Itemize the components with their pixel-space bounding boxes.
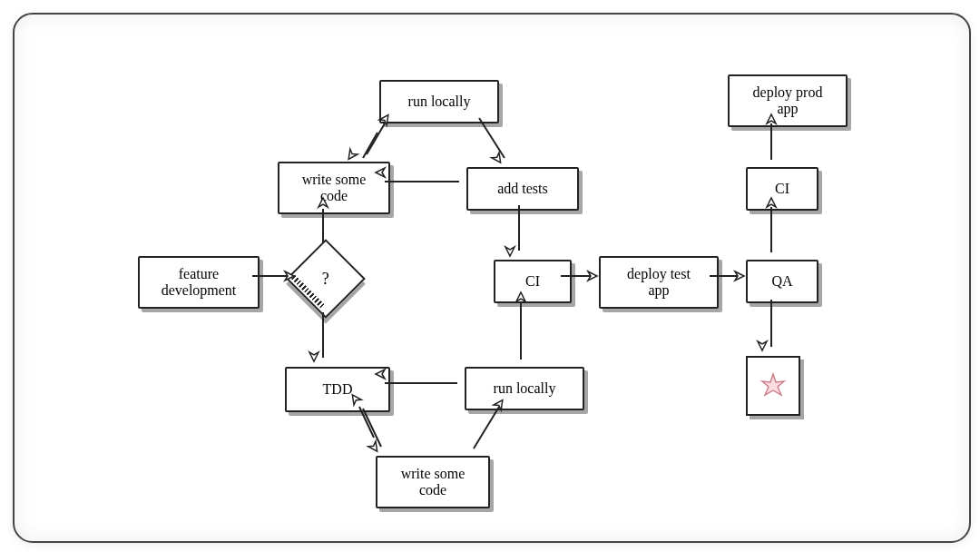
node-run-locally-top: run locally: [379, 80, 499, 123]
node-tdd: TDD: [285, 367, 390, 412]
node-write-code-top: write some code: [278, 162, 390, 214]
node-qa: QA: [746, 260, 818, 303]
node-add-tests: add tests: [466, 167, 579, 211]
node-ci-right: CI: [746, 167, 818, 211]
node-decision: ?: [286, 239, 366, 319]
node-feature-development: feature development: [138, 256, 260, 309]
star-icon: [760, 372, 787, 399]
diagram-frame: feature development ? write some code ru…: [13, 13, 971, 543]
node-bug: [746, 356, 800, 416]
node-deploy-prod: deploy prod app: [728, 74, 848, 127]
decision-label: ?: [322, 270, 329, 289]
svg-marker-0: [762, 374, 784, 395]
node-ci-mid: CI: [494, 260, 572, 303]
node-write-code-bot: write some code: [376, 456, 490, 508]
node-deploy-test: deploy test app: [599, 256, 719, 309]
node-run-locally-bot: run locally: [465, 367, 584, 410]
